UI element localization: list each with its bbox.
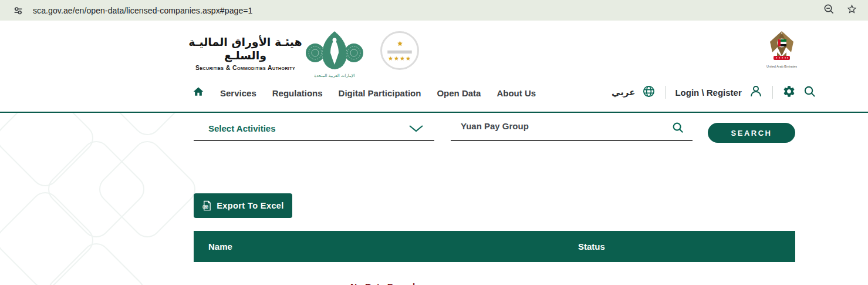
sca-logo-arabic: هيئـة الأوراق الماليـة والسلـع xyxy=(187,35,304,62)
header-utility-nav: عربي Login \ Register xyxy=(612,84,816,100)
sca-logo[interactable]: هيئـة الأوراق الماليـة والسلـع Securitie… xyxy=(187,35,304,71)
field-search-icon[interactable] xyxy=(671,121,684,136)
main-nav: Services Regulations Digital Participati… xyxy=(192,86,536,100)
badge-stars: ★★★★ xyxy=(388,56,411,62)
nav-item-open-data[interactable]: Open Data xyxy=(437,88,481,98)
nav-item-regulations[interactable]: Regulations xyxy=(272,88,323,98)
uae-falcon-icon xyxy=(766,30,797,62)
uae-caption: United Arab Emirates xyxy=(765,65,798,68)
activities-dropdown[interactable]: Select Activities xyxy=(194,114,434,141)
column-header-status[interactable]: Status xyxy=(563,242,605,252)
settings-gear-icon[interactable] xyxy=(782,85,796,100)
home-icon[interactable] xyxy=(192,86,204,100)
divider xyxy=(665,86,666,99)
main-content: Select Activities SEARCH xyxy=(0,113,868,285)
background-diamond-pattern xyxy=(0,113,223,285)
header-search-icon[interactable] xyxy=(803,85,816,100)
column-header-name[interactable]: Name xyxy=(194,242,563,252)
results-table: Name Status xyxy=(194,231,795,262)
zoom-out-icon[interactable] xyxy=(823,4,835,17)
activities-dropdown-label: Select Activities xyxy=(208,123,276,133)
no-data-message: No Data Found xyxy=(350,281,415,285)
divider xyxy=(772,86,773,99)
login-register-link[interactable]: Login \ Register xyxy=(675,88,741,98)
svg-text:XLS: XLS xyxy=(203,206,208,209)
company-search-field xyxy=(451,114,693,141)
user-icon[interactable] xyxy=(749,84,763,100)
url-text[interactable]: sca.gov.ae/en/open-data/licensed-compani… xyxy=(33,6,252,15)
search-button[interactable]: SEARCH xyxy=(708,123,795,143)
site-header: هيئـة الأوراق الماليـة والسلـع Securitie… xyxy=(0,21,868,112)
page: هيئـة الأوراق الماليـة والسلـع Securitie… xyxy=(0,21,868,285)
browser-address-bar: sca.gov.ae/en/open-data/licensed-compani… xyxy=(0,0,868,21)
bookmark-star-icon[interactable] xyxy=(846,4,857,17)
globe-icon[interactable] xyxy=(642,85,656,100)
uae-coat-of-arms: United Arab Emirates xyxy=(765,30,798,68)
sca-falcon-emblem-icon: الإمارات العربية المتحدة xyxy=(304,28,365,82)
export-to-excel-button[interactable]: XLS Export To Excel xyxy=(194,193,292,218)
sca-logo-english: Securities & Commodities Authority xyxy=(187,64,304,71)
nav-item-about-us[interactable]: About Us xyxy=(497,88,536,98)
star-rating-badge-icon: ★★★★ xyxy=(380,31,419,70)
excel-file-icon: XLS xyxy=(202,200,212,211)
badge-star-icon xyxy=(396,41,404,48)
export-button-label: Export To Excel xyxy=(217,201,284,210)
chevron-down-icon[interactable] xyxy=(408,125,424,135)
language-switch[interactable]: عربي xyxy=(612,87,635,98)
badge-text-lines xyxy=(387,49,412,55)
nav-item-digital-participation[interactable]: Digital Participation xyxy=(339,88,421,98)
site-settings-icon[interactable] xyxy=(13,5,23,16)
company-search-input[interactable] xyxy=(461,121,654,131)
nav-item-services[interactable]: Services xyxy=(220,88,256,98)
table-header-row: Name Status xyxy=(194,231,795,262)
falcon-emblem-caption: الإمارات العربية المتحدة xyxy=(314,73,354,78)
